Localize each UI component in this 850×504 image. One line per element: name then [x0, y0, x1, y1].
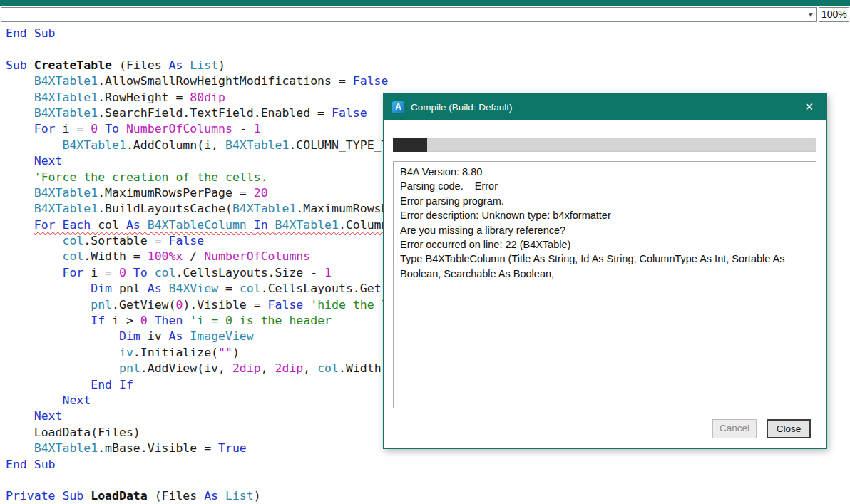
code-line[interactable]: Private Sub LoadData (Files As List)	[6, 488, 850, 504]
chevron-down-icon[interactable]: ▼	[805, 8, 816, 21]
close-icon[interactable]: ✕	[800, 99, 818, 115]
code-line[interactable]: Sub CreateTable (Files As List)	[6, 58, 850, 73]
editor-toolbar: ▼ 100%	[0, 6, 850, 24]
code-line[interactable]	[6, 473, 850, 488]
compile-dialog: A Compile (Build: Default) ✕ B4A Version…	[383, 93, 827, 449]
top-accent-bar	[0, 0, 850, 6]
progress-fill	[393, 138, 427, 152]
zoom-level-label: 100%	[819, 7, 849, 22]
code-line[interactable]	[6, 41, 850, 57]
dialog-titlebar: A Compile (Build: Default) ✕	[384, 94, 826, 120]
b4a-logo-icon: A	[392, 101, 404, 113]
code-line[interactable]: End Sub	[6, 457, 850, 473]
compile-log[interactable]: B4A Version: 8.80 Parsing code. Error Er…	[393, 161, 816, 408]
module-selector-combobox[interactable]: ▼	[1, 7, 817, 22]
compile-progressbar	[393, 138, 816, 152]
dialog-title: Compile (Build: Default)	[411, 102, 513, 113]
code-line[interactable]: End Sub	[6, 26, 850, 41]
close-button[interactable]: Close	[767, 419, 811, 438]
cancel-button[interactable]: Cancel	[712, 419, 757, 438]
dialog-buttons: Cancel Close	[712, 419, 811, 438]
code-line[interactable]: B4XTable1.AllowSmallRowHeightModificatio…	[6, 73, 850, 89]
